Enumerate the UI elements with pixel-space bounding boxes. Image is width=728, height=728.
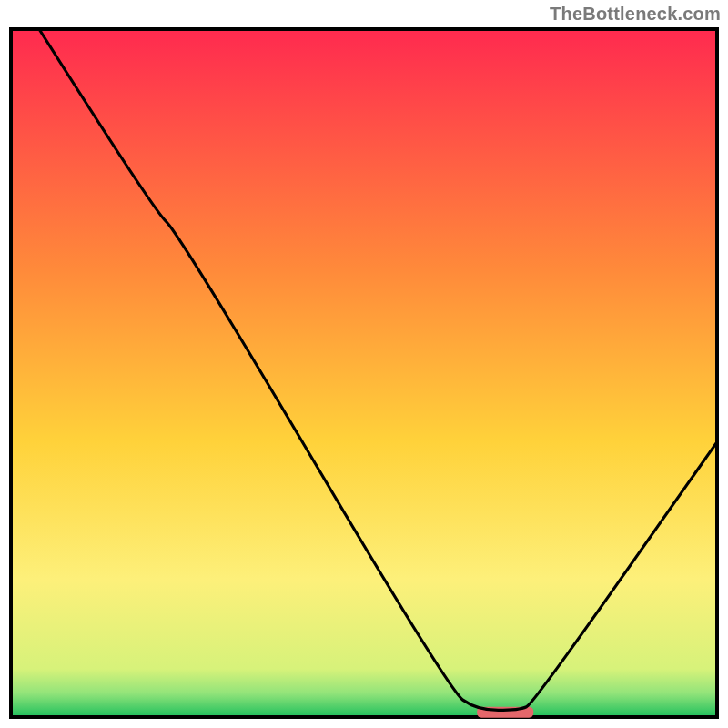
gradient-background xyxy=(11,29,717,717)
watermark-text: TheBottleneck.com xyxy=(550,4,721,25)
chart-svg xyxy=(9,27,719,719)
chart-container: TheBottleneck.com xyxy=(0,0,728,728)
plot-area xyxy=(9,27,719,719)
